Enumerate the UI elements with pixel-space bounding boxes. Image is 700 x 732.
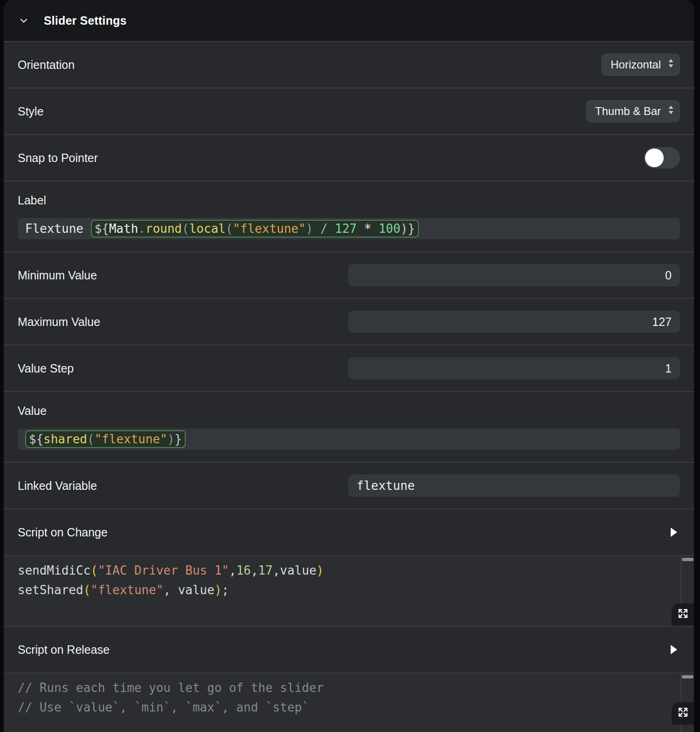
minimum-value-input[interactable] bbox=[348, 264, 680, 286]
expand-editor-button[interactable] bbox=[672, 603, 694, 626]
orientation-label: Orientation bbox=[18, 58, 74, 72]
page-title: Slider Settings bbox=[44, 14, 127, 27]
orientation-dropdown[interactable]: Horizontal bbox=[601, 54, 680, 76]
value-step-input[interactable] bbox=[348, 357, 680, 380]
linked-variable-label: Linked Variable bbox=[18, 479, 97, 493]
linked-variable-input[interactable] bbox=[348, 474, 680, 497]
script-on-change-code: sendMidiCc("IAC Driver Bus 1",16,17,valu… bbox=[18, 561, 666, 600]
value-step-row: Value Step bbox=[4, 345, 694, 391]
maximum-value-label: Maximum Value bbox=[18, 315, 100, 329]
slider-settings-panel: Slider Settings Orientation Horizontal S… bbox=[4, 0, 694, 732]
play-icon[interactable] bbox=[668, 526, 680, 538]
label-field-label: Label bbox=[18, 194, 680, 207]
up-down-arrows-icon bbox=[667, 58, 674, 72]
label-expression-pill: ${Math.round(local("flextune") / 127 * 1… bbox=[91, 220, 419, 237]
value-expression-pill: ${shared("flextune")} bbox=[25, 430, 186, 448]
maximum-value-input[interactable] bbox=[348, 311, 680, 333]
linked-variable-row: Linked Variable bbox=[4, 462, 694, 508]
orientation-dropdown-value: Horizontal bbox=[611, 58, 661, 71]
label-row: Label Flextune ${Math.round(local("flext… bbox=[4, 181, 694, 251]
script-on-release-code: // Runs each time you let go of the slid… bbox=[18, 678, 666, 717]
minimum-value-row: Minimum Value bbox=[4, 251, 694, 298]
script-on-release-header: Script on Release bbox=[4, 626, 694, 672]
script-on-release-label: Script on Release bbox=[18, 643, 109, 657]
toggle-knob bbox=[645, 149, 664, 167]
style-dropdown-value: Thumb & Bar bbox=[595, 105, 661, 118]
minimum-value-label: Minimum Value bbox=[18, 269, 97, 282]
play-icon[interactable] bbox=[668, 644, 680, 656]
label-input-prefix: Flextune bbox=[25, 222, 91, 236]
snap-to-pointer-row: Snap to Pointer bbox=[4, 134, 694, 181]
editor-scrollbar-thumb[interactable] bbox=[682, 675, 693, 678]
editor-scrollbar-thumb[interactable] bbox=[682, 558, 693, 561]
snap-to-pointer-toggle[interactable] bbox=[644, 147, 680, 169]
orientation-row: Orientation Horizontal bbox=[4, 41, 694, 88]
maximum-value-row: Maximum Value bbox=[4, 298, 694, 345]
value-row: Value ${shared("flextune")} bbox=[4, 391, 694, 462]
value-input[interactable]: ${shared("flextune")} bbox=[18, 428, 680, 450]
style-label: Style bbox=[18, 105, 44, 118]
up-down-arrows-icon bbox=[667, 104, 674, 118]
label-input[interactable]: Flextune ${Math.round(local("flextune") … bbox=[18, 218, 680, 239]
value-field-label: Value bbox=[18, 404, 680, 417]
script-on-change-editor[interactable]: sendMidiCc("IAC Driver Bus 1",16,17,valu… bbox=[4, 555, 694, 626]
value-step-label: Value Step bbox=[18, 362, 74, 375]
expand-arrows-icon bbox=[678, 706, 688, 720]
script-on-change-header: Script on Change bbox=[4, 508, 694, 555]
chevron-down-icon[interactable] bbox=[18, 14, 30, 27]
snap-to-pointer-label: Snap to Pointer bbox=[18, 151, 98, 165]
script-on-change-label: Script on Change bbox=[18, 526, 108, 539]
expand-editor-button[interactable] bbox=[672, 702, 694, 725]
panel-header: Slider Settings bbox=[4, 0, 694, 41]
script-on-release-editor[interactable]: // Runs each time you let go of the slid… bbox=[4, 672, 694, 732]
expand-arrows-icon bbox=[678, 608, 688, 622]
style-row: Style Thumb & Bar bbox=[4, 88, 694, 134]
style-dropdown[interactable]: Thumb & Bar bbox=[586, 100, 680, 122]
